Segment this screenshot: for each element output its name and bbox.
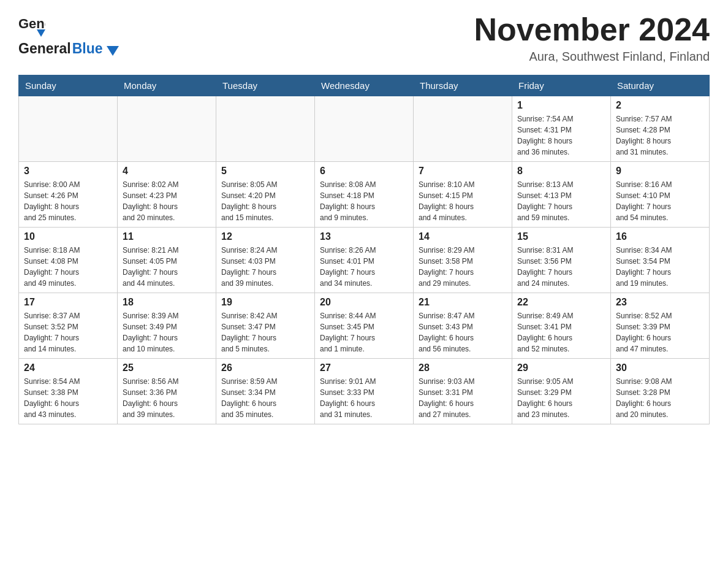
calendar-cell: 10Sunrise: 8:18 AM Sunset: 4:08 PM Dayli… (19, 228, 118, 293)
calendar-cell: 15Sunrise: 8:31 AM Sunset: 3:56 PM Dayli… (512, 228, 611, 293)
calendar-header: SundayMondayTuesdayWednesdayThursdayFrid… (19, 75, 710, 96)
svg-marker-1 (37, 29, 45, 37)
calendar-cell: 7Sunrise: 8:10 AM Sunset: 4:15 PM Daylig… (414, 162, 512, 228)
day-info: Sunrise: 8:49 AM Sunset: 3:41 PM Dayligh… (517, 310, 605, 354)
day-info: Sunrise: 8:56 AM Sunset: 3:36 PM Dayligh… (123, 376, 211, 420)
logo-blue-text: Blue (72, 40, 103, 56)
calendar-cell: 6Sunrise: 8:08 AM Sunset: 4:18 PM Daylig… (315, 162, 414, 228)
day-info: Sunrise: 8:16 AM Sunset: 4:10 PM Dayligh… (616, 179, 704, 223)
day-number: 3 (24, 166, 112, 177)
logo-general-text: General (18, 40, 71, 56)
day-info: Sunrise: 8:39 AM Sunset: 3:49 PM Dayligh… (123, 310, 211, 354)
calendar-cell: 29Sunrise: 9:05 AM Sunset: 3:29 PM Dayli… (512, 359, 611, 424)
day-number: 24 (24, 362, 112, 373)
day-info: Sunrise: 8:02 AM Sunset: 4:23 PM Dayligh… (123, 179, 211, 223)
calendar-cell: 27Sunrise: 9:01 AM Sunset: 3:33 PM Dayli… (315, 359, 414, 424)
weekday-header-friday: Friday (512, 75, 611, 96)
weekday-header-sunday: Sunday (19, 75, 118, 96)
day-info: Sunrise: 8:52 AM Sunset: 3:39 PM Dayligh… (616, 310, 704, 354)
calendar-cell: 26Sunrise: 8:59 AM Sunset: 3:34 PM Dayli… (216, 359, 315, 424)
calendar-cell: 22Sunrise: 8:49 AM Sunset: 3:41 PM Dayli… (512, 293, 611, 359)
day-info: Sunrise: 8:00 AM Sunset: 4:26 PM Dayligh… (24, 179, 112, 223)
day-number: 1 (517, 100, 605, 111)
day-info: Sunrise: 8:34 AM Sunset: 3:54 PM Dayligh… (616, 245, 704, 289)
calendar-cell: 12Sunrise: 8:24 AM Sunset: 4:03 PM Dayli… (216, 228, 315, 293)
calendar-cell (19, 96, 118, 162)
calendar-cell: 5Sunrise: 8:05 AM Sunset: 4:20 PM Daylig… (216, 162, 315, 228)
calendar-cell: 9Sunrise: 8:16 AM Sunset: 4:10 PM Daylig… (611, 162, 710, 228)
logo: General (18, 12, 45, 39)
day-number: 30 (616, 362, 704, 373)
day-number: 26 (221, 362, 309, 373)
calendar-cell: 20Sunrise: 8:44 AM Sunset: 3:45 PM Dayli… (315, 293, 414, 359)
day-number: 11 (123, 231, 211, 242)
calendar-cell: 13Sunrise: 8:26 AM Sunset: 4:01 PM Dayli… (315, 228, 414, 293)
day-number: 27 (320, 362, 408, 373)
day-number: 17 (24, 297, 112, 308)
calendar-cell: 1Sunrise: 7:54 AM Sunset: 4:31 PM Daylig… (512, 96, 611, 162)
day-info: Sunrise: 9:03 AM Sunset: 3:31 PM Dayligh… (419, 376, 507, 420)
calendar-cell: 8Sunrise: 8:13 AM Sunset: 4:13 PM Daylig… (512, 162, 611, 228)
day-number: 19 (221, 297, 309, 308)
day-info: Sunrise: 8:59 AM Sunset: 3:34 PM Dayligh… (221, 376, 309, 420)
week-row-1: 1Sunrise: 7:54 AM Sunset: 4:31 PM Daylig… (19, 96, 710, 162)
week-row-5: 24Sunrise: 8:54 AM Sunset: 3:38 PM Dayli… (19, 359, 710, 424)
week-row-3: 10Sunrise: 8:18 AM Sunset: 4:08 PM Dayli… (19, 228, 710, 293)
svg-marker-2 (107, 46, 119, 56)
day-number: 15 (517, 231, 605, 242)
day-info: Sunrise: 9:05 AM Sunset: 3:29 PM Dayligh… (517, 376, 605, 420)
day-number: 28 (419, 362, 507, 373)
weekday-header-tuesday: Tuesday (216, 75, 315, 96)
day-number: 7 (419, 166, 507, 177)
day-number: 4 (123, 166, 211, 177)
day-info: Sunrise: 8:08 AM Sunset: 4:18 PM Dayligh… (320, 179, 408, 223)
calendar-cell: 16Sunrise: 8:34 AM Sunset: 3:54 PM Dayli… (611, 228, 710, 293)
day-info: Sunrise: 8:21 AM Sunset: 4:05 PM Dayligh… (123, 245, 211, 289)
calendar-table: SundayMondayTuesdayWednesdayThursdayFrid… (18, 75, 710, 424)
weekday-row: SundayMondayTuesdayWednesdayThursdayFrid… (19, 75, 710, 96)
calendar-cell (216, 96, 315, 162)
day-info: Sunrise: 8:24 AM Sunset: 4:03 PM Dayligh… (221, 245, 309, 289)
month-year-title: November 2024 (474, 12, 710, 47)
calendar-cell: 28Sunrise: 9:03 AM Sunset: 3:31 PM Dayli… (414, 359, 512, 424)
calendar-cell: 17Sunrise: 8:37 AM Sunset: 3:52 PM Dayli… (19, 293, 118, 359)
week-row-2: 3Sunrise: 8:00 AM Sunset: 4:26 PM Daylig… (19, 162, 710, 228)
page-header: General GeneralBlue November 2024 Aura, … (18, 12, 710, 64)
logo-area: General GeneralBlue (18, 12, 119, 57)
calendar-cell: 19Sunrise: 8:42 AM Sunset: 3:47 PM Dayli… (216, 293, 315, 359)
day-info: Sunrise: 8:37 AM Sunset: 3:52 PM Dayligh… (24, 310, 112, 354)
calendar-cell: 3Sunrise: 8:00 AM Sunset: 4:26 PM Daylig… (19, 162, 118, 228)
week-row-4: 17Sunrise: 8:37 AM Sunset: 3:52 PM Dayli… (19, 293, 710, 359)
day-number: 10 (24, 231, 112, 242)
day-info: Sunrise: 7:54 AM Sunset: 4:31 PM Dayligh… (517, 113, 605, 158)
svg-text:General: General (18, 16, 45, 31)
calendar-body: 1Sunrise: 7:54 AM Sunset: 4:31 PM Daylig… (19, 96, 710, 424)
calendar-cell: 24Sunrise: 8:54 AM Sunset: 3:38 PM Dayli… (19, 359, 118, 424)
day-number: 29 (517, 362, 605, 373)
day-info: Sunrise: 9:01 AM Sunset: 3:33 PM Dayligh… (320, 376, 408, 420)
day-info: Sunrise: 8:18 AM Sunset: 4:08 PM Dayligh… (24, 245, 112, 289)
calendar-cell: 18Sunrise: 8:39 AM Sunset: 3:49 PM Dayli… (118, 293, 216, 359)
calendar-cell (118, 96, 216, 162)
day-number: 8 (517, 166, 605, 177)
day-info: Sunrise: 8:26 AM Sunset: 4:01 PM Dayligh… (320, 245, 408, 289)
calendar-cell (414, 96, 512, 162)
weekday-header-wednesday: Wednesday (315, 75, 414, 96)
calendar-cell: 14Sunrise: 8:29 AM Sunset: 3:58 PM Dayli… (414, 228, 512, 293)
calendar-cell: 4Sunrise: 8:02 AM Sunset: 4:23 PM Daylig… (118, 162, 216, 228)
calendar-cell (315, 96, 414, 162)
day-info: Sunrise: 8:42 AM Sunset: 3:47 PM Dayligh… (221, 310, 309, 354)
calendar-cell: 11Sunrise: 8:21 AM Sunset: 4:05 PM Dayli… (118, 228, 216, 293)
day-number: 14 (419, 231, 507, 242)
day-number: 23 (616, 297, 704, 308)
day-info: Sunrise: 8:44 AM Sunset: 3:45 PM Dayligh… (320, 310, 408, 354)
calendar-cell: 2Sunrise: 7:57 AM Sunset: 4:28 PM Daylig… (611, 96, 710, 162)
calendar-cell: 23Sunrise: 8:52 AM Sunset: 3:39 PM Dayli… (611, 293, 710, 359)
logo-triangle-icon (107, 46, 119, 56)
day-number: 6 (320, 166, 408, 177)
title-area: November 2024 Aura, Southwest Finland, F… (474, 12, 710, 64)
day-number: 25 (123, 362, 211, 373)
calendar-cell: 30Sunrise: 9:08 AM Sunset: 3:28 PM Dayli… (611, 359, 710, 424)
day-info: Sunrise: 7:57 AM Sunset: 4:28 PM Dayligh… (616, 113, 704, 158)
weekday-header-saturday: Saturday (611, 75, 710, 96)
